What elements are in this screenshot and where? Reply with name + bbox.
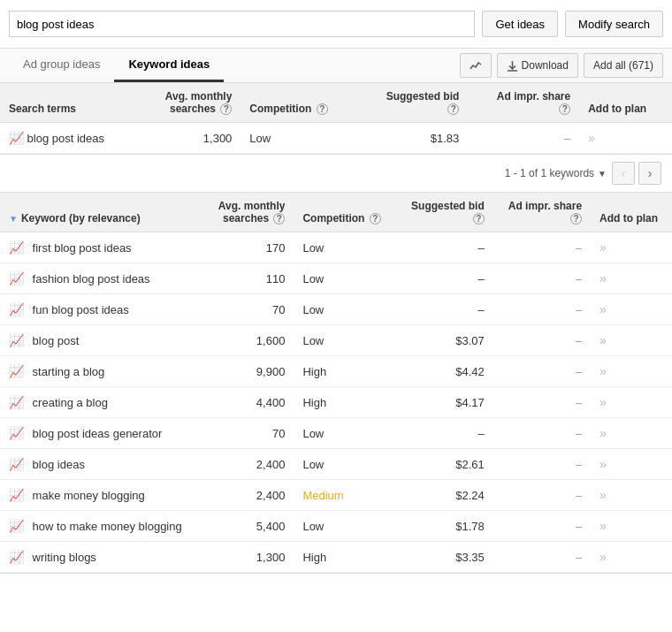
trend-icon: 📈	[9, 333, 24, 347]
modify-search-button[interactable]: Modify search	[565, 11, 663, 37]
add-all-button[interactable]: Add all (671)	[584, 53, 663, 78]
table-row: 📈 blog ideas 2,400 Low $2.61 – »	[0, 449, 672, 480]
cell-competition: Low	[294, 449, 396, 480]
cell-ad-impr: –	[493, 542, 591, 573]
trend-icon: 📈	[9, 550, 24, 564]
table-row: 📈 first blog post ideas 170 Low – – »	[0, 232, 672, 263]
cell-ad-impr: –	[493, 418, 591, 449]
cell-ad-impr: –	[493, 232, 591, 263]
cell-suggested-bid: $3.07	[396, 325, 493, 356]
cell-add-to-plan: »	[591, 263, 672, 294]
add-to-plan-btn[interactable]: »	[599, 488, 607, 502]
table-row: 📈 blog post ideas generator 70 Low – – »	[0, 418, 672, 449]
table-row: 📈 starting a blog 9,900 High $4.42 – »	[0, 356, 672, 387]
tab-keyword-ideas[interactable]: Keyword ideas	[114, 49, 224, 82]
cell-avg-monthly: 5,400	[203, 511, 294, 542]
search-terms-header: Search terms Avg. monthlysearches ? Comp…	[0, 83, 672, 123]
add-to-plan-btn[interactable]: »	[599, 426, 607, 440]
cell-add-to-plan: »	[591, 356, 672, 387]
col-add-to-plan-st: Add to plan	[579, 83, 672, 123]
keyword-ideas-table: ▼ Keyword (by relevance) Avg. monthlysea…	[0, 193, 672, 573]
add-to-plan-btn[interactable]: »	[599, 550, 607, 564]
cell-suggested-bid: $1.83	[357, 123, 468, 154]
cell-avg-monthly: 1,300	[138, 123, 241, 154]
table-row: 📈 fun blog post ideas 70 Low – – »	[0, 294, 672, 325]
cell-keyword: 📈 fun blog post ideas	[0, 294, 203, 325]
add-to-plan-btn[interactable]: »	[599, 271, 607, 286]
page-nav: ‹ ›	[612, 162, 661, 185]
help-icon-adimpr-kw[interactable]: ?	[570, 213, 582, 225]
cell-term: 📈 blog post ideas	[0, 123, 138, 154]
cell-avg-monthly: 70	[203, 294, 294, 325]
cell-ad-impr: –	[493, 263, 591, 294]
download-button[interactable]: Download	[497, 53, 578, 78]
help-icon-bid-kw[interactable]: ?	[473, 213, 485, 225]
cell-add-to-plan: »	[591, 480, 672, 511]
cell-suggested-bid: –	[396, 263, 493, 294]
chart-icon	[470, 59, 482, 72]
page-info: 1 - 1 of 1 keywords ▼	[505, 167, 607, 179]
add-to-plan-btn[interactable]: »	[588, 131, 595, 145]
cell-competition: High	[294, 542, 396, 573]
cell-suggested-bid: –	[396, 418, 493, 449]
cell-competition: Low	[294, 418, 396, 449]
add-to-plan-btn[interactable]: »	[599, 302, 607, 316]
table-row: 📈 creating a blog 4,400 High $4.17 – »	[0, 387, 672, 418]
search-terms-table: Search terms Avg. monthlysearches ? Comp…	[0, 83, 672, 154]
cell-keyword: 📈 writing blogs	[0, 542, 203, 573]
cell-suggested-bid: $1.78	[396, 511, 493, 542]
cell-suggested-bid: $2.24	[396, 480, 493, 511]
cell-keyword: 📈 blog post ideas generator	[0, 418, 203, 449]
tab-ad-group-ideas[interactable]: Ad group ideas	[9, 49, 114, 82]
cell-add-to-plan: »	[591, 542, 672, 573]
get-ideas-button[interactable]: Get ideas	[482, 11, 558, 37]
help-icon-avg[interactable]: ?	[220, 103, 232, 115]
cell-suggested-bid: $2.61	[396, 449, 493, 480]
cell-keyword: 📈 starting a blog	[0, 356, 203, 387]
cell-avg-monthly: 170	[203, 232, 294, 263]
table-row: 📈 how to make money blogging 5,400 Low $…	[0, 511, 672, 542]
cell-ad-impr: –	[493, 480, 591, 511]
help-icon-bid[interactable]: ?	[447, 103, 459, 115]
cell-add-to-plan: »	[591, 511, 672, 542]
cell-competition: Low	[294, 325, 396, 356]
add-to-plan-btn[interactable]: »	[599, 457, 607, 471]
cell-competition: Medium	[294, 480, 396, 511]
trend-icon: 📈	[9, 488, 24, 502]
add-to-plan-btn[interactable]: »	[599, 364, 607, 378]
help-icon-avg-kw[interactable]: ?	[273, 213, 285, 225]
chart-icon-button[interactable]	[460, 53, 492, 78]
add-to-plan-btn[interactable]: »	[599, 333, 607, 347]
search-terms-body: 📈 blog post ideas 1,300 Low $1.83 – »	[0, 123, 672, 154]
help-icon-comp-kw[interactable]: ?	[370, 213, 381, 225]
tabs: Ad group ideas Keyword ideas	[9, 49, 460, 82]
search-input[interactable]	[9, 11, 475, 37]
add-to-plan-btn[interactable]: »	[599, 240, 607, 255]
page-next-button[interactable]: ›	[638, 162, 661, 185]
col-competition-st: Competition ?	[241, 83, 357, 123]
trend-icon: 📈	[9, 426, 24, 440]
add-to-plan-btn[interactable]: »	[599, 395, 607, 409]
cell-add-to-plan: »	[579, 123, 672, 154]
trend-icon: 📈	[9, 364, 24, 378]
cell-keyword: 📈 fashion blog post ideas	[0, 263, 203, 294]
download-label: Download	[522, 59, 569, 72]
search-terms-section: Search terms Avg. monthlysearches ? Comp…	[0, 83, 672, 155]
page-prev-button[interactable]: ‹	[612, 162, 635, 185]
cell-competition: High	[294, 356, 396, 387]
cell-competition: Low	[241, 123, 357, 154]
cell-avg-monthly: 70	[203, 418, 294, 449]
cell-ad-impr: –	[493, 387, 591, 418]
trend-icon: 📈	[9, 395, 24, 409]
cell-competition: Low	[294, 511, 396, 542]
cell-competition: Low	[294, 232, 396, 263]
help-icon-comp[interactable]: ?	[317, 103, 328, 115]
trend-icon: 📈	[9, 271, 24, 286]
col-search-terms: Search terms	[0, 83, 138, 123]
page-dropdown-arrow[interactable]: ▼	[598, 169, 607, 179]
help-icon-adimpr[interactable]: ?	[559, 103, 570, 115]
add-to-plan-btn[interactable]: »	[599, 519, 607, 533]
cell-competition: Low	[294, 263, 396, 294]
trend-icon: 📈	[9, 457, 24, 471]
cell-ad-impr: –	[493, 356, 591, 387]
